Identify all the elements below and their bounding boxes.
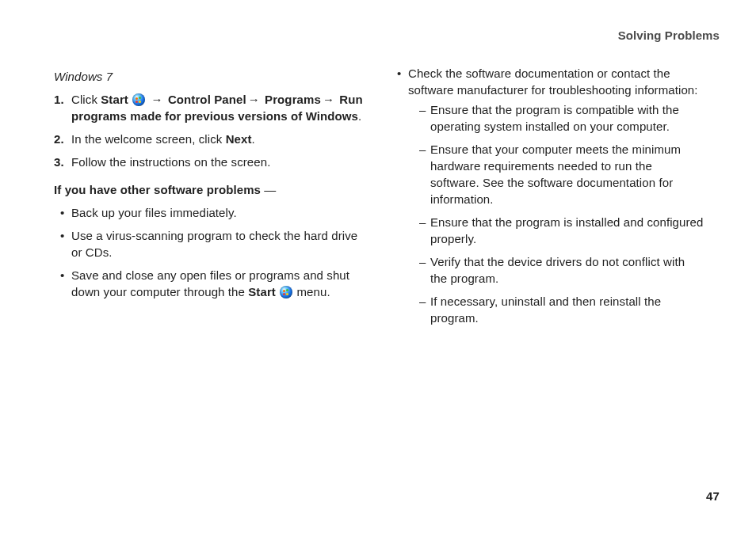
dash: — xyxy=(261,183,276,196)
arrow-icon: → xyxy=(146,93,168,106)
dash-item: Verify that the device drivers do not co… xyxy=(408,250,704,290)
bullet-item: Check the software documentation or cont… xyxy=(391,62,704,333)
content-columns: Windows 7 Click Start → Control Panel→ P… xyxy=(54,62,720,333)
text: Click xyxy=(71,93,101,106)
bold-start: Start xyxy=(101,93,128,106)
bold-control-panel: Control Panel xyxy=(168,93,246,106)
bold-start: Start xyxy=(248,285,276,298)
dash-list: Ensure that the program is compatible wi… xyxy=(408,98,704,329)
label-text: If you have other software problems xyxy=(54,183,261,196)
space xyxy=(276,285,279,298)
right-column: Check the software documentation or cont… xyxy=(391,62,704,333)
space xyxy=(128,93,132,106)
bullet-item: Back up your files immediately. xyxy=(54,201,367,224)
step-3: Follow the instructions on the screen. xyxy=(54,150,367,173)
text: menu. xyxy=(293,285,330,298)
page-number: 47 xyxy=(706,488,720,504)
bullet-item: Save and close any open files or program… xyxy=(54,264,367,303)
bold-programs: Programs xyxy=(265,93,321,106)
dash-item: Ensure that your computer meets the mini… xyxy=(408,138,704,211)
dash-item: Ensure that the program is installed and… xyxy=(408,211,704,250)
os-subhead: Windows 7 xyxy=(54,68,367,85)
bullet-list-right: Check the software documentation or cont… xyxy=(391,62,704,333)
dash-item: If necessary, uninstall and then reinsta… xyxy=(408,290,704,329)
windows-start-icon xyxy=(280,286,292,298)
text: Check the software documentation or cont… xyxy=(408,67,698,97)
step-1: Click Start → Control Panel→ Programs→ R… xyxy=(54,88,367,127)
dash-item: Ensure that the program is compatible wi… xyxy=(408,98,704,138)
numbered-steps: Click Start → Control Panel→ Programs→ R… xyxy=(54,88,367,173)
arrow-icon: → xyxy=(246,93,265,106)
bullet-list-left: Back up your files immediately. Use a vi… xyxy=(54,201,367,303)
other-problems-label: If you have other software problems — xyxy=(54,181,367,198)
bold-next: Next xyxy=(226,132,252,146)
page-header: Solving Problems xyxy=(618,27,720,44)
period: . xyxy=(358,109,361,123)
period: . xyxy=(252,132,255,146)
text: In the welcome screen, click xyxy=(71,132,226,146)
windows-start-icon xyxy=(132,93,145,106)
document-page: Solving Problems Windows 7 Click Start →… xyxy=(0,0,756,536)
step-2: In the welcome screen, click Next. xyxy=(54,127,367,150)
bullet-item: Use a virus-scanning program to check th… xyxy=(54,224,367,264)
arrow-icon: → xyxy=(321,93,339,106)
left-column: Windows 7 Click Start → Control Panel→ P… xyxy=(54,62,367,333)
